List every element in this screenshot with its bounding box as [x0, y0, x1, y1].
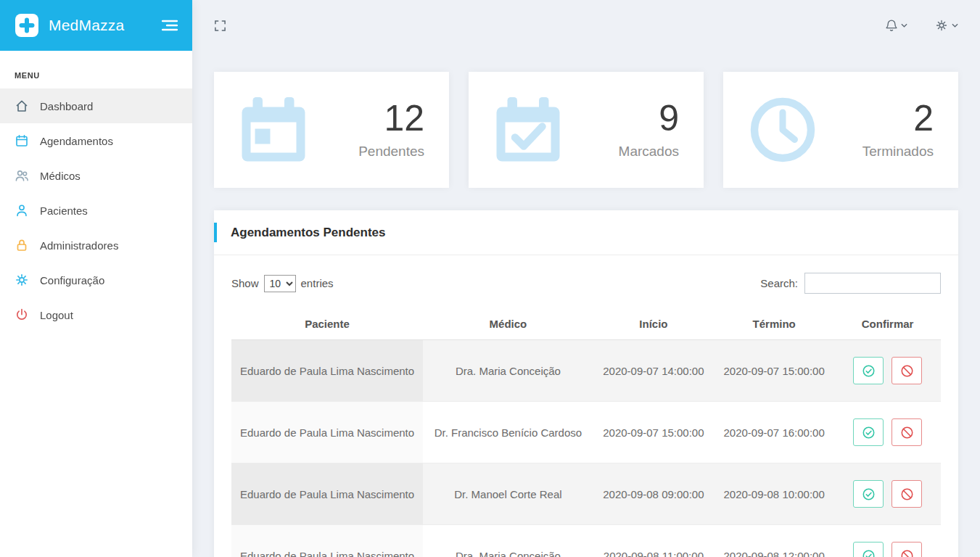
brand-name: MedMazza — [49, 17, 124, 34]
stat-meta: 12 Pendentes — [358, 100, 424, 160]
stat-label: Marcados — [619, 144, 679, 160]
lock-icon — [15, 238, 29, 252]
header-confirmar[interactable]: Confirmar — [834, 308, 941, 340]
home-icon — [15, 99, 29, 113]
ban-icon — [900, 549, 914, 557]
ban-icon — [900, 364, 914, 378]
search-input[interactable] — [804, 273, 941, 294]
check-circle-icon — [862, 549, 876, 557]
cell-termino: 2020-09-08 10:00:00 — [714, 463, 834, 525]
reject-button[interactable] — [892, 542, 922, 557]
sidebar-item-medicos[interactable]: Médicos — [0, 158, 192, 193]
stat-card-marcados: 9 Marcados — [469, 72, 704, 188]
sidebar-item-dashboard[interactable]: Dashboard — [0, 88, 192, 123]
menu-section-label: MENU — [0, 51, 192, 88]
cell-paciente: Eduardo de Paula Lima Nascimento — [231, 340, 423, 402]
sidebar-item-label: Médicos — [40, 170, 81, 182]
cell-inicio: 2020-09-08 09:00:00 — [593, 463, 714, 525]
cell-inicio: 2020-09-08 11:00:00 — [593, 525, 714, 557]
cell-confirmar — [834, 340, 941, 402]
cell-paciente: Eduardo de Paula Lima Nascimento — [231, 525, 423, 557]
confirm-button[interactable] — [853, 542, 884, 557]
calendar-check-icon — [493, 95, 563, 165]
table-row: Eduardo de Paula Lima Nascimento Dr. Man… — [231, 463, 941, 525]
table-row: Eduardo de Paula Lima Nascimento Dr. Fra… — [231, 402, 941, 463]
clock-icon — [748, 95, 818, 165]
sidebar-item-configuracao[interactable]: Configuração — [0, 263, 192, 297]
panel-header: Agendamentos Pendentes — [214, 210, 958, 255]
entries-label: entries — [301, 277, 334, 289]
header-paciente[interactable]: Paciente — [231, 308, 423, 340]
sidebar-item-label: Administradores — [40, 239, 118, 252]
reject-button[interactable] — [892, 480, 922, 508]
header-inicio[interactable]: Início — [593, 308, 714, 340]
reject-button[interactable] — [892, 357, 922, 384]
header-termino[interactable]: Término — [714, 308, 834, 340]
panel-title: Agendamentos Pendentes — [231, 226, 386, 240]
fullscreen-icon[interactable] — [214, 20, 226, 32]
stat-meta: 9 Marcados — [619, 100, 679, 160]
cell-medico: Dra. Maria Conceição — [423, 525, 593, 557]
confirm-button[interactable] — [853, 418, 884, 446]
cell-termino: 2020-09-08 12:00:00 — [714, 525, 834, 557]
stat-meta: 2 Terminados — [862, 100, 934, 160]
chevron-down-icon — [901, 23, 907, 28]
search-box: Search: — [760, 273, 941, 294]
medmazza-logo-icon — [15, 13, 39, 38]
topbar-actions — [886, 19, 958, 32]
topbar — [192, 0, 980, 51]
stat-card-terminados: 2 Terminados — [723, 72, 958, 188]
header-medico[interactable]: Médico — [423, 308, 593, 340]
cell-medico: Dra. Maria Conceição — [423, 340, 593, 402]
agendamentos-pendentes-panel: Agendamentos Pendentes Show 10 entries S… — [214, 210, 958, 557]
chevron-down-icon — [952, 23, 958, 28]
show-label: Show — [231, 277, 259, 289]
reject-button[interactable] — [892, 418, 922, 446]
users-icon — [15, 168, 29, 183]
power-icon — [15, 308, 29, 322]
cell-medico: Dr. Francisco Benício Cardoso — [423, 402, 593, 463]
entries-select[interactable]: 10 — [264, 275, 296, 292]
cell-paciente: Eduardo de Paula Lima Nascimento — [231, 402, 423, 463]
confirm-button[interactable] — [853, 357, 884, 384]
check-circle-icon — [862, 487, 876, 501]
brand-header: MedMazza — [0, 0, 192, 51]
table-row: Eduardo de Paula Lima Nascimento Dra. Ma… — [231, 525, 941, 557]
notifications-bell-icon[interactable] — [886, 19, 907, 32]
sidebar-item-agendamentos[interactable]: Agendamentos — [0, 123, 192, 158]
cell-paciente: Eduardo de Paula Lima Nascimento — [231, 463, 423, 525]
search-label: Search: — [760, 277, 798, 289]
sidebar-item-pacientes[interactable]: Pacientes — [0, 193, 192, 228]
sidebar-item-label: Pacientes — [40, 205, 88, 217]
accent-bar — [214, 223, 217, 242]
cell-confirmar — [834, 525, 941, 557]
stat-value: 2 — [862, 100, 934, 136]
stat-cards: 12 Pendentes 9 Marcados 2 Terminados — [192, 51, 980, 188]
cell-inicio: 2020-09-07 14:00:00 — [593, 340, 714, 402]
sidebar-item-label: Dashboard — [40, 100, 93, 112]
sidebar-item-administradores[interactable]: Administradores — [0, 228, 192, 263]
table-row: Eduardo de Paula Lima Nascimento Dra. Ma… — [231, 340, 941, 402]
sidebar-item-logout[interactable]: Logout — [0, 297, 192, 332]
settings-gear-icon[interactable] — [935, 19, 958, 32]
check-circle-icon — [862, 364, 876, 378]
cell-termino: 2020-09-07 16:00:00 — [714, 402, 834, 463]
confirm-button[interactable] — [853, 480, 884, 508]
sidebar-nav: Dashboard Agendamentos Médicos Pacientes… — [0, 88, 192, 332]
stat-value: 12 — [358, 100, 424, 136]
sidebar-toggle-icon[interactable] — [162, 20, 178, 31]
cell-medico: Dr. Manoel Corte Real — [423, 463, 593, 525]
ban-icon — [900, 426, 914, 440]
calendar-square-icon — [239, 95, 308, 165]
cell-termino: 2020-09-07 15:00:00 — [714, 340, 834, 402]
main-content: 12 Pendentes 9 Marcados 2 Terminados — [192, 0, 980, 557]
sidebar-item-label: Agendamentos — [40, 135, 113, 147]
stat-label: Pendentes — [358, 144, 424, 160]
cell-confirmar — [834, 463, 941, 525]
stat-label: Terminados — [862, 144, 934, 160]
table-controls: Show 10 entries Search: — [214, 255, 958, 302]
cell-confirmar — [834, 402, 941, 463]
stat-value: 9 — [619, 100, 679, 136]
check-circle-icon — [862, 426, 876, 440]
table-header-row: Paciente Médico Início Término Confirmar — [231, 308, 941, 340]
